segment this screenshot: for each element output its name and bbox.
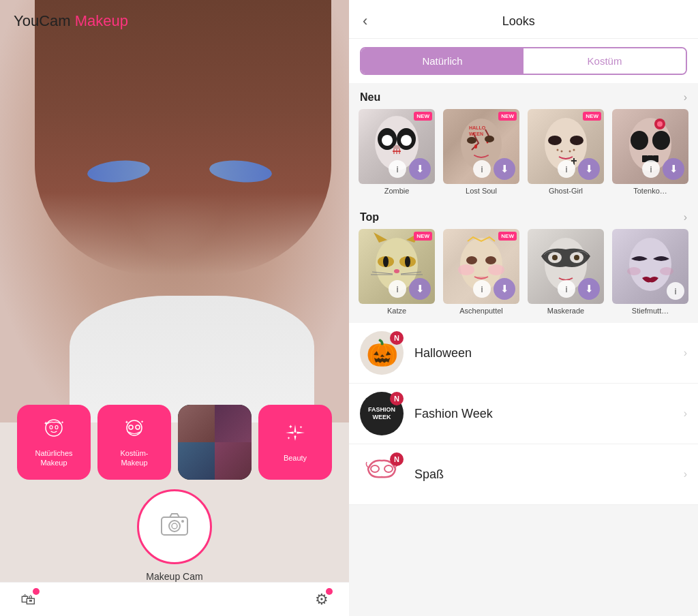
look-actions-zombie: i ⬇: [389, 158, 431, 180]
look-item-ghostgirl[interactable]: NEW i ⬇ Ghost-Girl: [525, 109, 607, 195]
category-list: 🎃 N Halloween › FASHIONWEEK N Fashion We…: [349, 323, 698, 505]
shirt-overlay: [70, 296, 314, 422]
look-thumb-lostsoul: HALLO WEEN NEW i ⬇: [443, 109, 519, 184]
section-header-top: Top ›: [349, 203, 698, 229]
look-item-zombie[interactable]: NEW i ⬇ Zombie: [356, 109, 438, 195]
info-btn-ghostgirl[interactable]: i: [558, 160, 575, 178]
panel-scroll[interactable]: Neu ›: [349, 83, 698, 616]
fashion-week-icon-text: FASHIONWEEK: [368, 406, 395, 421]
tab-bar: Natürlich Kostüm: [360, 47, 687, 75]
svg-point-60: [394, 269, 399, 273]
collage-cell-4: [215, 442, 252, 480]
category-item-spass[interactable]: N Spaß ›: [349, 444, 698, 505]
info-btn-stiefmut[interactable]: i: [667, 282, 684, 300]
download-btn-maskerade[interactable]: ⬇: [578, 278, 600, 300]
category-item-halloween[interactable]: 🎃 N Halloween ›: [349, 323, 698, 384]
back-button[interactable]: ‹: [363, 12, 367, 30]
look-item-aschenputtel[interactable]: NEW i ⬇ Aschenputtel: [440, 229, 522, 315]
info-btn-zombie[interactable]: i: [389, 160, 406, 178]
svg-point-40: [561, 151, 563, 153]
look-label-katze: Katze: [387, 307, 406, 315]
category-icon-halloween: 🎃 N: [360, 331, 404, 375]
app-title: YouCam Makeup: [14, 12, 128, 30]
look-item-stiefmut[interactable]: i Stiefmutt…: [609, 229, 691, 315]
beauty-button[interactable]: ✦ ✦ ✦ Beauty: [258, 405, 332, 480]
svg-rect-13: [162, 517, 187, 535]
info-btn-totenko[interactable]: i: [642, 160, 660, 178]
look-label-stiefmut: Stiefmutt…: [632, 307, 669, 315]
info-btn-katze[interactable]: i: [389, 280, 406, 298]
look-label-aschenputtel: Aschenputtel: [459, 307, 503, 315]
costume-makeup-label: Kostüm-Makeup: [121, 449, 149, 467]
makeup-cam-button[interactable]: [137, 489, 212, 564]
svg-point-20: [382, 135, 393, 146]
look-actions-maskerade: i ⬇: [558, 278, 600, 300]
look-item-totenko[interactable]: i ⬇ Totenko…: [609, 109, 691, 195]
svg-point-65: [485, 256, 496, 264]
svg-point-64: [466, 256, 477, 264]
photo-collage-button[interactable]: [178, 405, 252, 480]
section-title-top: Top: [360, 211, 379, 224]
svg-point-72: [627, 267, 641, 275]
look-label-maskerade: Maskerade: [547, 307, 584, 315]
costume-makeup-button[interactable]: ✦ ✦ Kostüm-Makeup: [97, 405, 171, 480]
hair-overlay: [35, 0, 331, 275]
svg-point-30: [467, 137, 476, 144]
tab-natuerlich[interactable]: Natürlich: [361, 48, 524, 74]
collage-grid: [178, 405, 252, 480]
svg-point-75: [384, 465, 393, 472]
mask-icon: ✦ ✦: [122, 417, 147, 445]
download-btn-zombie[interactable]: ⬇: [409, 158, 431, 180]
new-badge-ghostgirl: NEW: [583, 112, 601, 121]
section-arrow-top[interactable]: ›: [684, 211, 687, 224]
look-label-zombie: Zombie: [384, 187, 410, 195]
natural-makeup-button[interactable]: ✦ ✦ NatürlichesMakeup: [17, 405, 91, 480]
category-item-fashion-week[interactable]: FASHIONWEEK N Fashion Week ›: [349, 384, 698, 444]
spass-arrow: ›: [684, 468, 687, 480]
spass-new-badge: N: [390, 452, 404, 466]
collage-cell-1: [178, 405, 215, 442]
look-label-ghostgirl: Ghost-Girl: [549, 187, 583, 195]
look-item-maskerade[interactable]: i ⬇ Maskerade: [525, 229, 607, 315]
look-thumb-zombie: NEW i ⬇: [359, 109, 435, 184]
svg-point-74: [371, 465, 379, 472]
svg-point-14: [169, 521, 180, 532]
look-thumb-maskerade: i ⬇: [528, 229, 604, 304]
download-btn-aschenputtel[interactable]: ⬇: [494, 278, 515, 300]
look-item-katze[interactable]: NEW i ⬇ Katze: [356, 229, 438, 315]
svg-point-55: [405, 256, 410, 267]
sparkle-icon: ✦ ✦ ✦: [283, 422, 307, 450]
bottom-nav: 🛍 ⚙: [0, 582, 349, 616]
svg-text:HALLO: HALLO: [469, 125, 486, 130]
download-btn-katze[interactable]: ⬇: [409, 278, 431, 300]
svg-text:✦: ✦: [61, 420, 64, 425]
svg-point-28: [474, 144, 477, 149]
download-btn-ghostgirl[interactable]: ⬇: [578, 158, 600, 180]
natural-makeup-label: NatürlichesMakeup: [35, 449, 72, 467]
new-badge-katze: NEW: [414, 232, 432, 241]
app-name-makeup: Makeup: [75, 12, 128, 29]
look-thumb-ghostgirl: NEW i ⬇: [528, 109, 604, 184]
info-btn-aschenputtel[interactable]: i: [473, 280, 491, 298]
makeup-cam-section: Makeup Cam: [137, 489, 212, 582]
info-btn-maskerade[interactable]: i: [558, 280, 575, 298]
tab-kostuem[interactable]: Kostüm: [524, 48, 686, 74]
look-item-lostsoul[interactable]: HALLO WEEN NEW i ⬇ Lost Soul: [440, 109, 522, 195]
section-arrow-neu[interactable]: ›: [684, 91, 687, 104]
svg-text:✦: ✦: [125, 420, 129, 425]
download-btn-lostsoul[interactable]: ⬇: [494, 158, 515, 180]
look-label-totenko: Totenko…: [633, 187, 667, 195]
new-badge-zombie: NEW: [414, 112, 432, 121]
svg-text:✦: ✦: [44, 420, 48, 427]
shop-icon[interactable]: 🛍: [20, 591, 35, 609]
download-btn-totenko[interactable]: ⬇: [663, 158, 684, 180]
look-actions-totenko: i ⬇: [642, 158, 684, 180]
svg-point-39: [557, 149, 559, 151]
info-btn-lostsoul[interactable]: i: [473, 160, 491, 178]
look-label-lostsoul: Lost Soul: [466, 187, 497, 195]
svg-point-73: [660, 267, 673, 275]
look-actions-ghostgirl: i ⬇: [558, 158, 600, 180]
collage-cell-3: [178, 442, 215, 480]
settings-icon[interactable]: ⚙: [315, 591, 329, 609]
category-icon-spass: N: [360, 452, 404, 496]
